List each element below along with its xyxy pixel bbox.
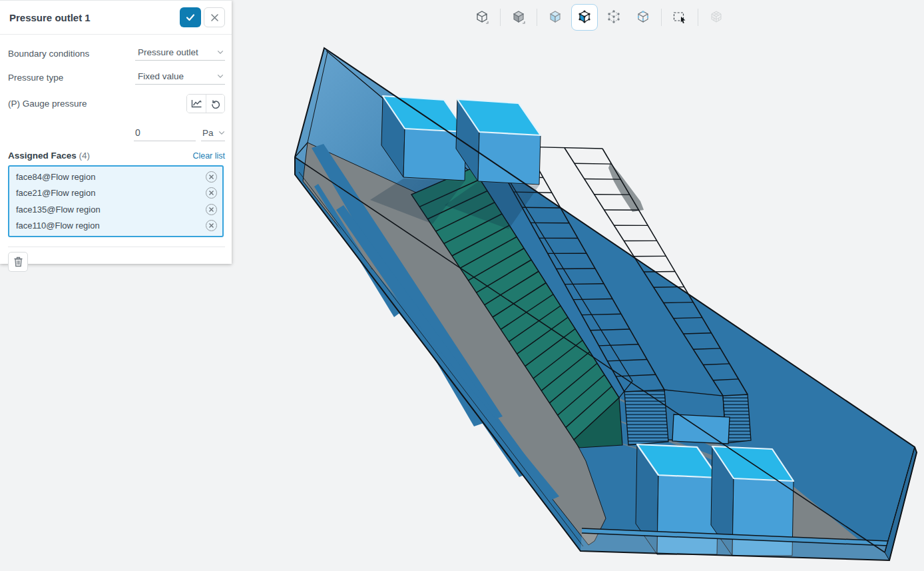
field-row: Pressure type Fixed value [8, 65, 225, 89]
vertex-select-button[interactable] [600, 4, 627, 31]
select-value: Fixed value [138, 71, 184, 81]
chevron-down-icon [217, 74, 224, 79]
field-label: Boundary conditions [8, 49, 89, 59]
chart-line-icon [191, 99, 202, 109]
value-mode-buttons [186, 94, 225, 113]
face-name: face21@Flow region [16, 188, 95, 198]
remove-face-button[interactable] [206, 171, 217, 183]
face-list-item: face135@Flow region [9, 201, 222, 218]
face-list-item: face84@Flow region [9, 169, 222, 185]
face-select-cube-icon [577, 9, 592, 25]
field-label: Pressure type [8, 73, 63, 83]
gauge-value-row: Pa [8, 117, 225, 141]
shaded-cube-icon [511, 9, 527, 25]
chevron-down-icon [217, 50, 224, 55]
face-name: face110@Flow region [16, 221, 100, 231]
edge-select-button[interactable] [630, 4, 656, 31]
channel-end-faces [624, 390, 751, 445]
check-icon [185, 12, 196, 23]
toolbar-separator [661, 9, 662, 26]
boundary-condition-panel: Pressure outlet 1 Boundary conditions Pr… [0, 0, 232, 264]
transparent-view-button[interactable] [542, 4, 569, 31]
trash-icon [13, 257, 23, 267]
remove-face-button[interactable] [206, 220, 217, 231]
panel-footer [8, 247, 225, 277]
gauge-pressure-input[interactable] [134, 126, 196, 141]
face-list-item: face110@Flow region [9, 218, 222, 235]
box-select-icon [672, 9, 688, 25]
unit-value: Pa [202, 128, 214, 138]
isometric-view-button[interactable] [469, 4, 495, 31]
assigned-faces-label: Assigned Faces [8, 151, 77, 161]
remove-x-icon [208, 223, 214, 229]
undo-icon [210, 98, 221, 109]
assigned-faces-header: Assigned Faces (4) Clear list [8, 151, 225, 161]
remove-x-icon [208, 207, 214, 213]
chevron-down-icon [218, 131, 225, 135]
table-input-button[interactable] [187, 95, 206, 113]
apply-button[interactable] [180, 7, 201, 27]
close-button[interactable] [204, 7, 225, 27]
clear-list-link[interactable]: Clear list [192, 151, 225, 161]
delete-button[interactable] [8, 252, 28, 272]
face-select-button[interactable] [571, 4, 598, 31]
page-title: Pressure outlet 1 [9, 12, 91, 23]
unit-select[interactable]: Pa [201, 127, 225, 141]
select-value: Pressure outlet [138, 47, 198, 57]
face-list-item: face21@Flow region [9, 185, 222, 202]
remove-face-button[interactable] [206, 187, 217, 199]
pressure-type-select[interactable]: Fixed value [135, 70, 225, 85]
toolbar-separator [537, 9, 537, 26]
mesh-view-button[interactable] [703, 4, 730, 31]
toolbar-separator [698, 9, 698, 26]
assigned-faces-list: face84@Flow region face21@Flow region fa… [8, 165, 224, 237]
shaded-view-button[interactable] [505, 4, 532, 31]
boundary-conditions-select[interactable]: Pressure outlet [135, 46, 225, 61]
transparent-cube-icon [547, 9, 563, 25]
vertex-select-cube-icon [606, 9, 622, 25]
gauge-pressure-row: (P) Gauge pressure [8, 91, 225, 116]
remove-x-icon [208, 174, 214, 180]
face-name: face135@Flow region [16, 205, 101, 215]
reset-value-button[interactable] [206, 95, 224, 113]
view-toolbar [469, 4, 730, 31]
box-select-button[interactable] [666, 4, 693, 31]
close-icon [210, 13, 219, 22]
field-row: Boundary conditions Pressure outlet [8, 41, 225, 65]
isometric-cube-icon [474, 9, 490, 25]
face-name: face84@Flow region [16, 172, 95, 182]
mesh-cube-icon [708, 9, 724, 25]
toolbar-separator [500, 9, 501, 26]
assigned-faces-count: (4) [79, 151, 91, 161]
remove-face-button[interactable] [206, 204, 217, 215]
field-label: (P) Gauge pressure [8, 99, 87, 109]
remove-x-icon [208, 190, 214, 196]
panel-header: Pressure outlet 1 [0, 1, 232, 35]
edge-select-cube-icon [635, 9, 651, 25]
